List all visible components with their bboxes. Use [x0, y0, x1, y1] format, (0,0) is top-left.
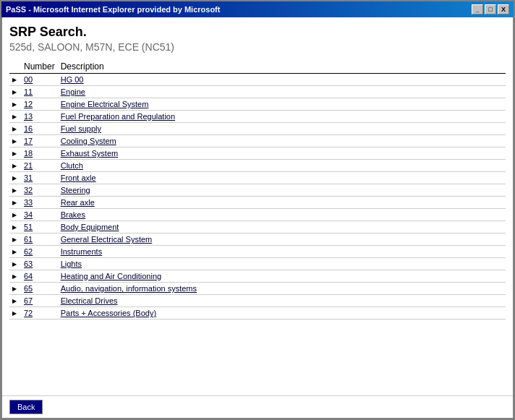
table-row[interactable]: ▶31Front axle	[9, 172, 506, 184]
main-window: PaSS - Microsoft Internet Explorer provi…	[0, 0, 515, 420]
window-title: PaSS - Microsoft Internet Explorer provi…	[6, 5, 220, 14]
row-number[interactable]: 00	[21, 74, 58, 86]
col-description: Description	[58, 60, 506, 74]
row-description[interactable]: Cooling System	[58, 135, 506, 147]
bottom-bar: Back	[2, 395, 513, 418]
row-number[interactable]: 62	[21, 246, 58, 258]
table-row[interactable]: ▶51Body Equipment	[9, 221, 506, 233]
row-expand-arrow[interactable]: ▶	[9, 221, 21, 233]
row-description[interactable]: Instruments	[58, 246, 506, 258]
row-number[interactable]: 11	[21, 86, 58, 98]
row-description[interactable]: Fuel supply	[58, 123, 506, 135]
row-description[interactable]: Heating and Air Conditioning	[58, 270, 506, 283]
main-scroll-area[interactable]: SRP Search. 525d, SALOON, M57N, ECE (NC5…	[2, 17, 513, 395]
close-button[interactable]: X	[498, 4, 509, 14]
row-expand-arrow[interactable]: ▶	[9, 160, 21, 172]
col-arrow	[9, 60, 21, 74]
row-description[interactable]: Audio, navigation, information systems	[58, 283, 506, 295]
row-number[interactable]: 63	[21, 258, 58, 270]
row-number[interactable]: 65	[21, 283, 58, 295]
table-row[interactable]: ▶13Fuel Preparation and Regulation	[9, 111, 506, 123]
row-description[interactable]: Front axle	[58, 172, 506, 184]
row-number[interactable]: 16	[21, 123, 58, 135]
row-expand-arrow[interactable]: ▶	[9, 86, 21, 98]
row-number[interactable]: 51	[21, 221, 58, 233]
row-description[interactable]: Exhaust System	[58, 147, 506, 160]
row-expand-arrow[interactable]: ▶	[9, 209, 21, 221]
row-expand-arrow[interactable]: ▶	[9, 123, 21, 135]
row-expand-arrow[interactable]: ▶	[9, 74, 21, 86]
row-number[interactable]: 61	[21, 233, 58, 246]
content-area: SRP Search. 525d, SALOON, M57N, ECE (NC5…	[1, 17, 514, 419]
table-row[interactable]: ▶34Brakes	[9, 209, 506, 221]
row-expand-arrow[interactable]: ▶	[9, 147, 21, 160]
results-table: Number Description ▶00HG 00▶11Engine▶12E…	[9, 60, 506, 320]
row-description[interactable]: Rear axle	[58, 197, 506, 209]
row-description[interactable]: Lights	[58, 258, 506, 270]
row-description[interactable]: Brakes	[58, 209, 506, 221]
row-number[interactable]: 64	[21, 270, 58, 283]
table-row[interactable]: ▶67Electrical Drives	[9, 295, 506, 307]
table-row[interactable]: ▶62Instruments	[9, 246, 506, 258]
row-description[interactable]: Engine	[58, 86, 506, 98]
table-row[interactable]: ▶61General Electrical System	[9, 233, 506, 246]
table-row[interactable]: ▶17Cooling System	[9, 135, 506, 147]
row-number[interactable]: 31	[21, 172, 58, 184]
row-number[interactable]: 12	[21, 98, 58, 111]
table-row[interactable]: ▶65Audio, navigation, information system…	[9, 283, 506, 295]
table-row[interactable]: ▶18Exhaust System	[9, 147, 506, 160]
page-subtitle: 525d, SALOON, M57N, ECE (NC51)	[9, 41, 506, 53]
table-row[interactable]: ▶63Lights	[9, 258, 506, 270]
row-number[interactable]: 34	[21, 209, 58, 221]
row-number[interactable]: 32	[21, 184, 58, 197]
row-expand-arrow[interactable]: ▶	[9, 233, 21, 246]
row-expand-arrow[interactable]: ▶	[9, 246, 21, 258]
row-expand-arrow[interactable]: ▶	[9, 258, 21, 270]
table-row[interactable]: ▶00HG 00	[9, 74, 506, 86]
table-row[interactable]: ▶64Heating and Air Conditioning	[9, 270, 506, 283]
row-description[interactable]: HG 00	[58, 74, 506, 86]
col-number: Number	[21, 60, 58, 74]
row-expand-arrow[interactable]: ▶	[9, 295, 21, 307]
page-title: SRP Search.	[9, 25, 506, 40]
row-description[interactable]: Parts + Accessories (Body)	[58, 307, 506, 320]
row-expand-arrow[interactable]: ▶	[9, 270, 21, 283]
row-number[interactable]: 67	[21, 295, 58, 307]
row-expand-arrow[interactable]: ▶	[9, 283, 21, 295]
row-description[interactable]: Clutch	[58, 160, 506, 172]
row-number[interactable]: 21	[21, 160, 58, 172]
table-row[interactable]: ▶32Steering	[9, 184, 506, 197]
row-expand-arrow[interactable]: ▶	[9, 135, 21, 147]
row-number[interactable]: 13	[21, 111, 58, 123]
table-row[interactable]: ▶33Rear axle	[9, 197, 506, 209]
title-bar-buttons: _ □ X	[472, 4, 509, 14]
title-bar: PaSS - Microsoft Internet Explorer provi…	[1, 1, 514, 17]
minimize-button[interactable]: _	[472, 4, 483, 14]
row-description[interactable]: Body Equipment	[58, 221, 506, 233]
row-description[interactable]: Steering	[58, 184, 506, 197]
row-description[interactable]: Fuel Preparation and Regulation	[58, 111, 506, 123]
title-bar-text: PaSS - Microsoft Internet Explorer provi…	[6, 5, 220, 14]
back-button[interactable]: Back	[9, 400, 43, 414]
table-row[interactable]: ▶16Fuel supply	[9, 123, 506, 135]
table-row[interactable]: ▶11Engine	[9, 86, 506, 98]
row-number[interactable]: 33	[21, 197, 58, 209]
row-number[interactable]: 72	[21, 307, 58, 320]
row-description[interactable]: General Electrical System	[58, 233, 506, 246]
maximize-button[interactable]: □	[485, 4, 496, 14]
row-expand-arrow[interactable]: ▶	[9, 98, 21, 111]
table-header-row: Number Description	[9, 60, 506, 74]
row-expand-arrow[interactable]: ▶	[9, 184, 21, 197]
table-row[interactable]: ▶21Clutch	[9, 160, 506, 172]
table-row[interactable]: ▶72Parts + Accessories (Body)	[9, 307, 506, 320]
row-expand-arrow[interactable]: ▶	[9, 307, 21, 320]
row-expand-arrow[interactable]: ▶	[9, 111, 21, 123]
row-expand-arrow[interactable]: ▶	[9, 197, 21, 209]
table-row[interactable]: ▶12Engine Electrical System	[9, 98, 506, 111]
row-number[interactable]: 17	[21, 135, 58, 147]
row-description[interactable]: Engine Electrical System	[58, 98, 506, 111]
row-expand-arrow[interactable]: ▶	[9, 172, 21, 184]
row-number[interactable]: 18	[21, 147, 58, 160]
row-description[interactable]: Electrical Drives	[58, 295, 506, 307]
